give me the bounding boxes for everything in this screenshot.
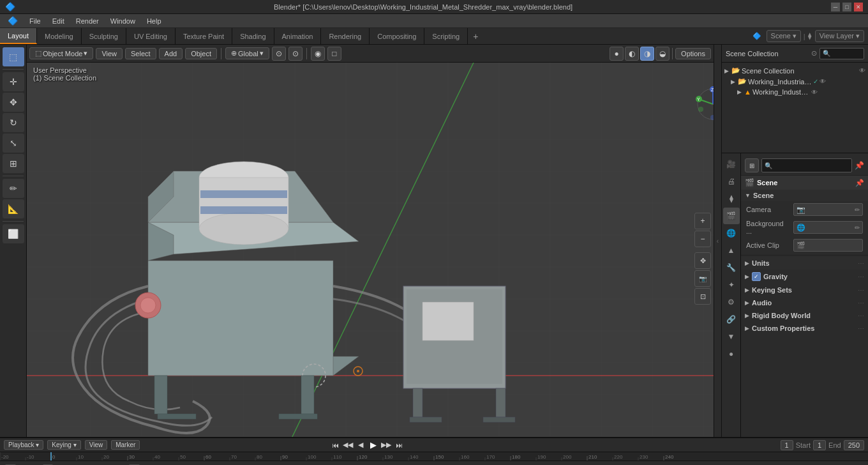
collection-item-2[interactable]: ▶ ▲ Working_Industrial_M... 👁 bbox=[722, 87, 868, 97]
playback-menu[interactable]: Playback ▾ bbox=[4, 440, 43, 450]
prev-frame-button[interactable]: ◀ bbox=[355, 439, 366, 451]
tab-animation[interactable]: Animation bbox=[274, 28, 322, 44]
current-frame-input[interactable]: 1 bbox=[781, 440, 793, 450]
scene-selector[interactable]: Scene ▾ bbox=[767, 30, 801, 42]
step-back-button[interactable]: ◀◀ bbox=[342, 439, 354, 451]
prop-world-tab[interactable]: 🌐 bbox=[723, 225, 740, 241]
tab-shading[interactable]: Shading bbox=[232, 28, 274, 44]
prop-divider-1 bbox=[741, 255, 868, 255]
zoom-in-button[interactable]: + bbox=[694, 213, 711, 229]
view-menu-tl[interactable]: View bbox=[85, 440, 108, 450]
marker-menu[interactable]: Marker bbox=[111, 440, 140, 450]
play-button[interactable]: ▶ bbox=[368, 439, 379, 451]
shading-eevee-button[interactable]: ◒ bbox=[655, 47, 670, 61]
tab-texture-paint[interactable]: Texture Paint bbox=[176, 28, 232, 44]
menu-blender[interactable]: 🔷 bbox=[3, 15, 23, 27]
prop-modifier-tab[interactable]: 🔧 bbox=[723, 259, 740, 276]
scene-subsection-header[interactable]: ▼ Scene bbox=[741, 190, 868, 201]
tab-scripting[interactable]: Scripting bbox=[424, 28, 468, 44]
viewport[interactable]: ⬚ Object Mode ▾ View Select Add Object ⊕… bbox=[27, 45, 714, 437]
jump-end-button[interactable]: ⏭ bbox=[393, 439, 405, 451]
snap-button[interactable]: ⊙ bbox=[272, 47, 286, 61]
local-view-button[interactable]: ⊡ bbox=[694, 288, 711, 305]
next-frame-button[interactable]: ▶▶ bbox=[380, 439, 392, 451]
audio-section-header[interactable]: ▶ Audio ⋯ bbox=[741, 296, 868, 309]
rotate-tool-button[interactable]: ↻ bbox=[3, 113, 24, 132]
select-menu[interactable]: Select bbox=[125, 48, 156, 59]
camera-view-button[interactable]: 📷 bbox=[694, 270, 711, 287]
minimize-button[interactable]: ─ bbox=[831, 3, 840, 11]
shading-rendered-button[interactable]: ◑ bbox=[640, 47, 654, 61]
menu-edit[interactable]: Edit bbox=[47, 16, 70, 26]
render-visibility-button[interactable]: ◉ bbox=[311, 47, 325, 61]
prop-output-tab[interactable]: 🖨 bbox=[723, 173, 740, 190]
tab-rendering[interactable]: Rendering bbox=[321, 28, 370, 44]
gravity-checkbox[interactable]: ✓ bbox=[752, 272, 761, 281]
rigid-body-section-header[interactable]: ▶ Rigid Body World ⋯ bbox=[741, 309, 868, 322]
view-layer-selector[interactable]: View Layer ▾ bbox=[815, 30, 864, 42]
measure-tool-button[interactable]: 📐 bbox=[3, 199, 24, 218]
camera-selector[interactable]: 📷 ✏ bbox=[793, 203, 863, 216]
prop-view-tab[interactable]: ⧫ bbox=[723, 190, 740, 207]
prop-data-tab[interactable]: ▼ bbox=[723, 328, 740, 345]
collection-item-1[interactable]: ▶ 📂 Working_Industrial_Meta ✓ 👁 bbox=[722, 76, 868, 87]
zoom-out-button[interactable]: − bbox=[694, 231, 711, 247]
prop-physics-tab[interactable]: ⚙ bbox=[723, 294, 740, 310]
outliner-filter-button[interactable]: ⊙ bbox=[811, 49, 817, 57]
menu-help[interactable]: Help bbox=[142, 16, 167, 26]
prop-search-input[interactable] bbox=[761, 158, 852, 172]
background-selector[interactable]: 🌐 ✏ bbox=[793, 221, 863, 234]
keying-menu[interactable]: Keying ▾ bbox=[47, 440, 80, 450]
tab-layout[interactable]: Layout bbox=[0, 28, 37, 44]
end-frame-input[interactable]: 250 bbox=[844, 440, 864, 450]
transform-orientation[interactable]: ⊕ Global ▾ bbox=[225, 47, 269, 59]
add-primitive-button[interactable]: ⬜ bbox=[3, 224, 24, 243]
prop-particles-tab[interactable]: ✦ bbox=[723, 277, 740, 293]
maximize-button[interactable]: □ bbox=[842, 3, 851, 11]
options-button[interactable]: Options bbox=[675, 48, 711, 59]
object-menu[interactable]: Object bbox=[185, 48, 217, 59]
collapse-handle[interactable]: ‹ bbox=[714, 45, 721, 437]
prop-scene-tab[interactable]: 🎬 bbox=[723, 208, 740, 224]
custom-props-section-header[interactable]: ▶ Custom Properties ⋯ bbox=[741, 322, 868, 335]
menu-window[interactable]: Window bbox=[105, 16, 140, 26]
add-menu[interactable]: Add bbox=[159, 48, 183, 59]
tab-uv-editing[interactable]: UV Editing bbox=[126, 28, 176, 44]
close-button[interactable]: ✕ bbox=[854, 3, 863, 11]
select-tool-button[interactable]: ⬚ bbox=[3, 47, 24, 66]
prop-constraints-tab[interactable]: 🔗 bbox=[723, 311, 740, 328]
add-workspace-button[interactable]: + bbox=[468, 29, 483, 44]
shading-solid-button[interactable]: ● bbox=[610, 47, 624, 61]
prop-render-tab[interactable]: 🎥 bbox=[723, 156, 740, 172]
transform-tool-button[interactable]: ⊞ bbox=[3, 154, 24, 173]
prop-material-tab[interactable]: ● bbox=[723, 346, 740, 362]
gravity-section-header[interactable]: ▶ ✓ Gravity ⋯ bbox=[741, 270, 868, 284]
outliner-search-input[interactable] bbox=[819, 48, 864, 59]
viewport-shading-wire[interactable]: □ bbox=[327, 47, 341, 61]
menu-render[interactable]: Render bbox=[71, 16, 104, 26]
shading-material-button[interactable]: ◐ bbox=[625, 47, 639, 61]
prop-menu-button[interactable]: ⊞ bbox=[745, 158, 759, 172]
mode-selector[interactable]: ⬚ Object Mode ▾ bbox=[29, 47, 93, 59]
tab-compositing[interactable]: Compositing bbox=[370, 28, 424, 44]
annotate-tool-button[interactable]: ✏ bbox=[3, 179, 24, 198]
jump-start-button[interactable]: ⏮ bbox=[329, 439, 341, 451]
units-section-header[interactable]: ▶ Units ⋯ bbox=[741, 257, 868, 270]
cursor-tool-button[interactable]: ✛ bbox=[3, 72, 24, 91]
active-clip-selector[interactable]: 🎬 bbox=[793, 239, 863, 252]
scene-collection-row[interactable]: ▶ 📂 Scene Collection 👁 bbox=[722, 65, 868, 76]
keying-sets-section-header[interactable]: ▶ Keying Sets ⋯ bbox=[741, 284, 868, 296]
move-tool-button[interactable]: ✥ bbox=[3, 93, 24, 112]
frame-ruler[interactable]: -20 -10 0 10 20 30 40 50 60 70 bbox=[0, 452, 868, 461]
prop-pin-button[interactable]: 📌 bbox=[855, 161, 864, 170]
scale-tool-button[interactable]: ⤡ bbox=[3, 133, 24, 153]
viewport-canvas[interactable]: X Y Z User Perspective bbox=[27, 63, 714, 437]
menu-file[interactable]: File bbox=[24, 16, 46, 26]
view-menu[interactable]: View bbox=[96, 48, 123, 59]
start-frame-input[interactable]: 1 bbox=[813, 440, 826, 450]
proportional-edit-button[interactable]: ⊙ bbox=[288, 47, 303, 61]
prop-object-tab[interactable]: ▲ bbox=[723, 242, 740, 259]
tab-modeling[interactable]: Modeling bbox=[37, 28, 82, 44]
tab-sculpting[interactable]: Sculpting bbox=[82, 28, 126, 44]
pan-button[interactable]: ✥ bbox=[694, 252, 711, 269]
